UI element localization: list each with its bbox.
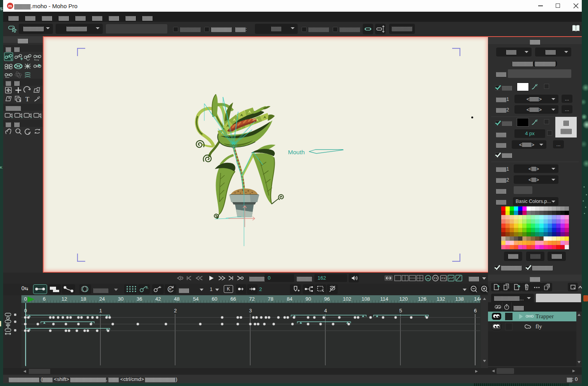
svg-text:T: T (25, 95, 30, 103)
svg-text:A: A (146, 286, 148, 290)
svg-text:4: 4 (324, 308, 327, 314)
svg-text:0: 0 (24, 308, 27, 314)
svg-text:R: R (169, 287, 172, 291)
svg-text:FX: FX (434, 277, 438, 280)
svg-text:1: 1 (99, 308, 102, 314)
svg-text:6: 6 (474, 308, 477, 314)
svg-text:2: 2 (174, 308, 177, 314)
svg-text:5: 5 (399, 308, 402, 314)
svg-text:FX: FX (442, 277, 446, 280)
svg-text:3: 3 (249, 308, 252, 314)
